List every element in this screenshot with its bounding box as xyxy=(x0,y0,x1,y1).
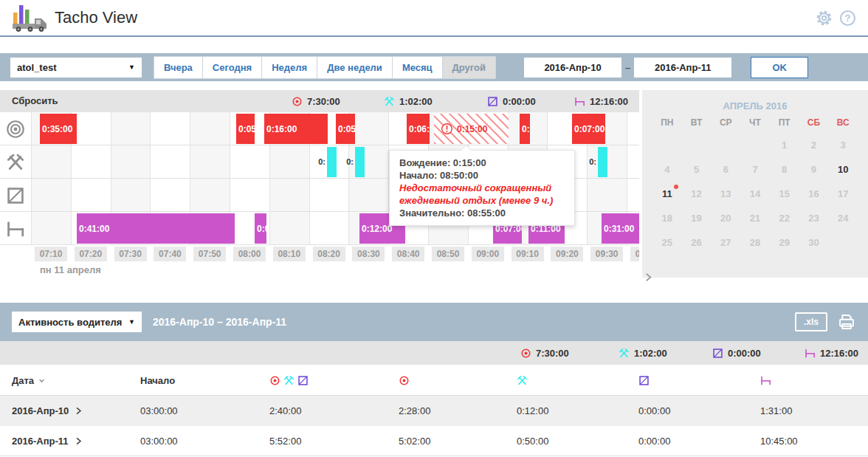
column-header-дата[interactable]: Дата xyxy=(12,365,46,396)
axis-label: 07:30 xyxy=(114,247,147,261)
calendar-day[interactable]: 16 xyxy=(799,182,829,206)
work-bar[interactable] xyxy=(598,147,607,177)
calendar-day xyxy=(740,133,770,157)
vehicle-select[interactable]: atol_test ▼ xyxy=(10,58,142,78)
driving-bar[interactable]: 0:05: xyxy=(336,114,355,144)
calendar-day[interactable]: 28 xyxy=(740,230,770,255)
calendar-day[interactable]: 27 xyxy=(711,230,740,255)
date-from-input[interactable]: 2016-Апр-10 xyxy=(524,58,621,78)
row-value: 0:00:00 xyxy=(638,396,670,426)
row-value: 0:00:00 xyxy=(638,426,670,456)
tooltip-line: Значительно: 08:55:00 xyxy=(399,207,565,219)
row-date-expand[interactable]: 2016-Апр-11 xyxy=(12,426,83,456)
driving-bar[interactable]: 0:06:0 xyxy=(407,114,430,144)
rest-bar[interactable]: 0:41:00 xyxy=(77,213,235,244)
bar-label: 0:15:00 xyxy=(457,124,487,134)
table-total-availability: 0:00:00 xyxy=(712,341,761,365)
work-icon xyxy=(619,348,630,359)
date-to-input[interactable]: 2016-Апр-11 xyxy=(634,58,731,78)
calendar-day[interactable]: 26 xyxy=(682,230,712,255)
calendar-grid: ПНВТСРЧТПТСБВС12345678910111213141516171… xyxy=(652,112,858,255)
ok-button[interactable]: OK xyxy=(751,57,808,78)
rest-bar[interactable]: 0:31:00 xyxy=(602,213,639,244)
range-button[interactable]: Другой xyxy=(443,56,496,79)
calendar-day[interactable]: 21 xyxy=(740,206,770,230)
calendar-next-icon[interactable] xyxy=(643,272,654,283)
column-header-начало: Начало xyxy=(140,365,175,396)
rest-icon xyxy=(805,348,816,359)
help-icon[interactable] xyxy=(839,10,856,27)
column-header xyxy=(517,365,528,396)
total-value: 7:30:00 xyxy=(307,96,340,107)
work-bar[interactable] xyxy=(355,147,365,177)
settings-gear-icon[interactable] xyxy=(816,10,833,27)
range-button[interactable]: Неделя xyxy=(262,56,317,79)
axis-label: 08:10 xyxy=(273,247,306,261)
calendar-day[interactable]: 5 xyxy=(682,157,712,182)
axis-label: 08:00 xyxy=(233,247,266,261)
app-logo xyxy=(12,3,47,32)
export-xls-button[interactable]: .xls xyxy=(795,312,827,331)
page-title: Tacho View xyxy=(55,8,137,27)
driving-bar[interactable]: 0:05: xyxy=(236,114,255,144)
driving-bar[interactable]: 0:16:00 xyxy=(264,114,328,144)
calendar-day-header: ПТ xyxy=(770,112,799,133)
calendar-day[interactable]: 14 xyxy=(740,182,770,206)
driving-bar[interactable]: 0:35:00 xyxy=(40,114,77,144)
calendar-day[interactable]: 24 xyxy=(828,206,858,230)
driving-bar[interactable]: 0: xyxy=(520,114,530,144)
driving-bar[interactable]: 0:15:00 xyxy=(434,114,509,144)
range-button[interactable]: Вчера xyxy=(154,56,203,79)
row-date-expand[interactable]: 2016-Апр-10 xyxy=(12,396,83,426)
report-type-select[interactable]: Активность водителя ▼ xyxy=(12,312,142,332)
calendar-day[interactable]: 25 xyxy=(652,230,682,255)
calendar-day[interactable]: 12 xyxy=(682,182,712,206)
row-value: 03:00:00 xyxy=(140,396,178,426)
rest-bar[interactable]: 0:0 xyxy=(255,213,266,244)
calendar-day[interactable]: 8 xyxy=(770,157,799,182)
app-header: Tacho View xyxy=(0,0,868,37)
availability-icon xyxy=(6,186,25,205)
tooltip: Вождение: 0:15:00Начало: 08:50:00Недоста… xyxy=(389,150,575,226)
calendar-day[interactable]: 18 xyxy=(652,206,682,230)
calendar-day[interactable]: 7 xyxy=(740,157,770,182)
range-button[interactable]: Сегодня xyxy=(203,56,262,79)
total-value: 1:02:00 xyxy=(634,348,667,359)
toolbar: atol_test ▼ ВчераСегодняНеделяДве недели… xyxy=(0,53,868,81)
work-icon xyxy=(6,153,25,172)
date-range-separator: – xyxy=(625,62,630,73)
calendar-day[interactable]: 1 xyxy=(770,133,799,157)
bar-label: 0: xyxy=(341,147,354,177)
column-label: Дата xyxy=(12,375,34,386)
column-header xyxy=(638,365,650,396)
calendar-day[interactable]: 13 xyxy=(711,182,740,206)
availability-icon xyxy=(487,96,498,107)
calendar-day[interactable]: 30 xyxy=(799,230,829,255)
calendar-day[interactable]: 11 xyxy=(652,182,682,206)
calendar-day[interactable]: 22 xyxy=(770,206,799,230)
report-header-bar: Активность водителя ▼ 2016-Апр-10 – 2016… xyxy=(0,303,868,341)
calendar-day[interactable]: 10 xyxy=(828,157,858,182)
calendar-day[interactable]: 6 xyxy=(711,157,740,182)
report-date-range: 2016-Апр-10 – 2016-Апр-11 xyxy=(153,316,286,328)
calendar-day[interactable]: 29 xyxy=(770,230,799,255)
range-button[interactable]: Две недели xyxy=(317,56,393,79)
calendar-day[interactable]: 2 xyxy=(799,133,829,157)
calendar-day[interactable]: 9 xyxy=(799,157,829,182)
calendar-day[interactable]: 3 xyxy=(828,133,858,157)
calendar-day[interactable]: 23 xyxy=(799,206,829,230)
reset-button[interactable]: Сбросить xyxy=(12,90,58,112)
range-button[interactable]: Месяц xyxy=(393,56,443,79)
calendar-day xyxy=(652,133,682,157)
calendar-day[interactable]: 19 xyxy=(682,206,712,230)
driving-bar[interactable]: 0:07:00 xyxy=(572,114,605,144)
timeline-total-driving: 7:30:00 xyxy=(292,90,340,112)
column-label: Начало xyxy=(140,375,175,386)
calendar-day[interactable]: 15 xyxy=(770,182,799,206)
axis-label: 09:30 xyxy=(590,247,623,261)
calendar-day[interactable]: 17 xyxy=(828,182,858,206)
work-bar[interactable] xyxy=(327,147,337,177)
print-icon[interactable] xyxy=(837,312,856,331)
calendar-day[interactable]: 4 xyxy=(652,157,682,182)
calendar-day[interactable]: 20 xyxy=(711,206,740,230)
